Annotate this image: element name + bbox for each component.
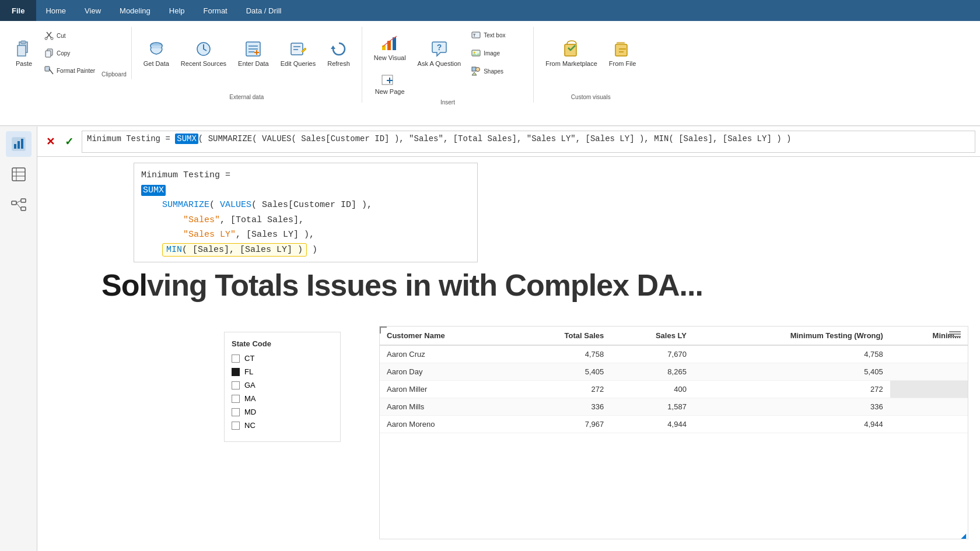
formula-input[interactable]: Minimum Testing = SUMX( SUMMARIZE( VALUE… [82, 131, 975, 153]
col-min-wrong[interactable]: Minimum Testing (Wrong) [694, 327, 890, 345]
svg-point-5 [45, 37, 47, 40]
menu-tab-view[interactable]: View [75, 0, 110, 21]
enter-data-button[interactable]: Enter Data [233, 27, 274, 79]
cell-ly-4: 4,944 [611, 416, 694, 433]
refresh-button[interactable]: Refresh [323, 27, 355, 79]
menu-tab-file[interactable]: File [0, 0, 36, 21]
get-data-button[interactable]: Get Data [139, 27, 174, 79]
table-resize-handle-tl[interactable] [380, 327, 387, 334]
cell-total-1: 5,405 [513, 363, 611, 381]
cell-name-3: Aaron Mills [380, 398, 513, 416]
checkbox-fl[interactable] [232, 368, 240, 376]
cut-button[interactable]: Cut [41, 27, 99, 44]
cell-total-3: 336 [513, 398, 611, 416]
filter-item-ga[interactable]: GA [232, 381, 333, 389]
svg-rect-39 [617, 42, 625, 44]
recent-sources-button[interactable]: Recent Sources [176, 27, 231, 79]
svg-rect-9 [45, 66, 50, 71]
checkbox-ga[interactable] [232, 381, 240, 389]
sidebar-btn-report[interactable] [6, 131, 32, 157]
filter-label-md: MD [244, 408, 256, 416]
sidebar-btn-data[interactable] [6, 162, 32, 187]
formula-text: Minimum Testing = [87, 134, 175, 143]
clipboard-group: Paste Cut [5, 27, 132, 79]
dax-sumx-highlight: SUMX [141, 185, 166, 196]
filter-item-md[interactable]: MD [232, 408, 333, 416]
dax-line-6: MIN( [Sales], [Sales LY] ) ) [141, 243, 470, 258]
sidebar-btn-relationships[interactable] [6, 192, 32, 217]
menu-tab-help[interactable]: Help [160, 0, 194, 21]
shapes-button[interactable]: Shapes [468, 63, 526, 79]
page-title: Solving Totals Issues in with Complex DA… [102, 268, 703, 303]
copy-button[interactable]: Copy [41, 45, 99, 61]
insert-label: Insert [369, 99, 526, 108]
cell-min-3 [890, 398, 968, 416]
cell-total-4: 7,967 [513, 416, 611, 433]
external-data-label: External data [139, 94, 355, 103]
col-customer-name[interactable]: Customer Name [380, 327, 513, 345]
filter-label-nc: NC [244, 421, 256, 430]
cell-name-4: Aaron Moreno [380, 416, 513, 433]
menu-tab-format[interactable]: Format [194, 0, 237, 21]
image-button[interactable]: Image [468, 45, 526, 61]
formula-cancel-button[interactable]: ✕ [42, 134, 58, 150]
dax-line-3: SUMMARIZE( VALUES( Sales[Customer ID] ), [141, 198, 470, 213]
text-box-button[interactable]: T Text box [468, 27, 526, 43]
checkbox-ma[interactable] [232, 395, 240, 403]
checkbox-md[interactable] [232, 408, 240, 416]
checkbox-nc[interactable] [232, 422, 240, 430]
filter-item-ma[interactable]: MA [232, 394, 333, 403]
dax-line-4: "Sales", [Total Sales], [141, 213, 470, 228]
table-menu-handle[interactable] [949, 331, 961, 337]
svg-rect-43 [14, 144, 16, 149]
cell-ly-3: 1,587 [611, 398, 694, 416]
col-sales-ly[interactable]: Sales LY [611, 327, 694, 345]
menu-tab-data-drill[interactable]: Data / Drill [237, 0, 291, 21]
menu-bar: File Home View Modeling Help Format Data… [0, 0, 980, 21]
table-row: Aaron Miller 272 400 272 [380, 381, 968, 398]
from-marketplace-button[interactable]: From Marketplace [541, 27, 602, 79]
new-page-button[interactable]: New Page [369, 70, 411, 99]
filter-item-ct[interactable]: CT [232, 354, 333, 363]
table-header-row: Customer Name Total Sales Sales LY Minim… [380, 327, 968, 345]
custom-visuals-label: Custom visuals [541, 94, 640, 103]
handle-line-1 [949, 331, 961, 332]
data-table: Customer Name Total Sales Sales LY Minim… [380, 327, 968, 433]
svg-line-54 [16, 203, 21, 209]
cell-min-2 [890, 381, 968, 398]
clipboard-label: Clipboard [102, 71, 127, 79]
svg-rect-45 [21, 139, 23, 149]
table-resize-handle-br[interactable]: ◢ [961, 532, 967, 538]
cell-name-1: Aaron Day [380, 363, 513, 381]
edit-queries-button[interactable]: Edit Queries [276, 27, 321, 79]
filter-label-ct: CT [244, 354, 254, 363]
menu-tab-modeling[interactable]: Modeling [110, 0, 160, 21]
ask-question-button[interactable]: ? Ask A Question [413, 27, 466, 79]
dax-editor[interactable]: Minimum Testing = SUMX SUMMARIZE( VALUES… [134, 163, 478, 262]
svg-point-35 [476, 68, 480, 72]
filter-item-nc[interactable]: NC [232, 421, 333, 430]
format-painter-button[interactable]: Format Painter [41, 62, 99, 79]
filter-item-fl[interactable]: FL [232, 367, 333, 376]
data-table-container: Customer Name Total Sales Sales LY Minim… [379, 326, 968, 539]
handle-line-2 [949, 334, 961, 335]
filter-label-fl: FL [244, 367, 253, 376]
dax-min-highlight: MIN( [Sales], [Sales LY] ) [162, 243, 307, 257]
svg-rect-34 [472, 67, 476, 71]
formula-confirm-button[interactable]: ✓ [61, 134, 77, 150]
checkbox-ct[interactable] [232, 355, 240, 363]
svg-marker-22 [331, 45, 335, 49]
paste-button[interactable]: Paste [9, 27, 38, 79]
svg-rect-38 [615, 44, 627, 56]
svg-rect-8 [46, 51, 51, 57]
menu-tab-home[interactable]: Home [36, 0, 75, 21]
svg-rect-50 [12, 201, 16, 205]
from-file-button[interactable]: From File [604, 27, 640, 79]
filter-panel: State Code CT FL GA MA MD NC [224, 332, 341, 442]
cell-total-0: 4,758 [513, 345, 611, 363]
svg-point-6 [51, 37, 53, 40]
svg-text:T: T [473, 33, 476, 37]
new-visual-button[interactable]: New Visual [369, 27, 411, 68]
col-total-sales[interactable]: Total Sales [513, 327, 611, 345]
cell-min-1 [890, 363, 968, 381]
